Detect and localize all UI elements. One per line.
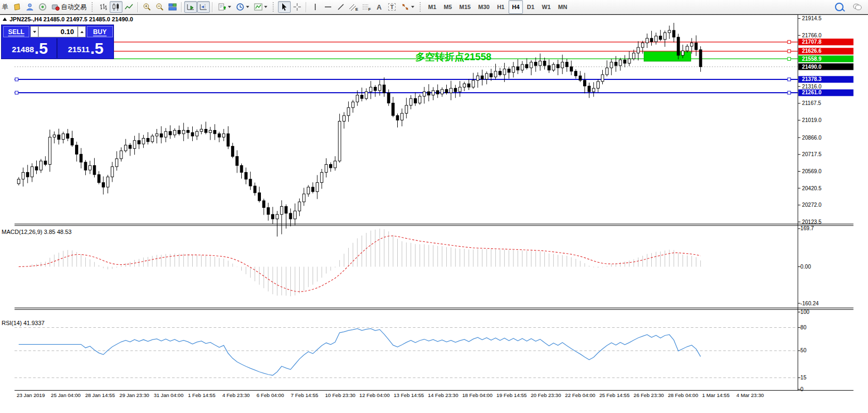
sell-price-display[interactable]: 21488 .5 [3,38,58,58]
horizontal-line-tool-icon[interactable] [322,1,334,13]
svg-text:13 Feb 14:55: 13 Feb 14:55 [394,392,424,398]
price-level-label: 21707.8 [798,38,853,45]
equidistant-channel-tool-icon[interactable]: E [347,1,360,13]
candles [18,23,702,237]
price-axis: 21914.521766.021316.021167.521019.020866… [798,15,853,225]
timeframe-button-W1[interactable]: W1 [539,0,554,14]
svg-text:-160.24: -160.24 [800,301,819,306]
volume-increase-button[interactable] [78,26,86,37]
svg-text:20569.0: 20569.0 [802,168,822,174]
timeframe-button-M5[interactable]: M5 [440,0,455,14]
svg-text:28 Jan 14:55: 28 Jan 14:55 [85,392,115,398]
svg-text:100: 100 [800,309,809,315]
toolbar-separator [181,2,182,12]
toolbar-separator [137,2,138,12]
chart-shift-icon[interactable] [197,1,210,13]
timeframe-button-H1[interactable]: H1 [494,0,507,14]
trendline-tool-icon[interactable] [334,1,347,13]
svg-text:0: 0 [800,386,804,392]
chat-icon[interactable] [851,1,864,13]
broadcast-icon[interactable] [36,1,49,13]
toolbar-separator [306,2,307,12]
svg-text:25 Jan 04:00: 25 Jan 04:00 [51,392,81,398]
horizontal-level-line[interactable] [14,41,798,44]
svg-text:25 Feb 14:55: 25 Feb 14:55 [599,392,629,398]
price-level-label: 21378.3 [798,76,853,83]
vertical-line-tool-icon[interactable] [309,1,322,13]
chevron-down-icon [411,6,414,8]
new-order-button[interactable]: 单 [0,1,11,13]
chevron-down-icon [246,6,249,8]
autotrading-button[interactable]: 自动交易 [49,1,88,13]
svg-text:15: 15 [800,375,807,380]
macd-pane: 169.70.00-160.24 [19,225,819,306]
volume-input[interactable] [38,26,78,37]
chevron-down-icon [228,6,231,8]
text-tool-icon[interactable]: A [373,1,386,13]
tile-windows-icon[interactable] [166,1,179,13]
buy-button[interactable]: BUY [87,26,113,37]
horizontal-level-line[interactable] [14,91,798,94]
top-toolbar: 单 自动交易 [0,0,868,14]
rsi-pane: 1008050150 [14,309,809,392]
chart-title-text: JPN225-,H4 21485.0 21497.5 21485.0 21490… [10,16,133,22]
svg-text:21558.9: 21558.9 [802,56,822,62]
svg-text:21261.0: 21261.0 [802,90,822,95]
indicators-button[interactable] [215,1,233,13]
svg-text:20272.0: 20272.0 [802,202,822,208]
zoom-in-icon[interactable] [141,1,153,13]
profile-icon[interactable] [23,1,36,13]
timeframe-button-D1[interactable]: D1 [524,0,538,14]
horizontal-level-line[interactable] [14,78,798,81]
templates-button[interactable] [251,1,269,13]
svg-text:20 Feb 23:30: 20 Feb 23:30 [531,392,561,398]
timeframe-button-M15[interactable]: M15 [456,0,474,14]
line-chart-icon[interactable] [122,1,135,13]
chart-canvas[interactable]: 多空转折点2155821914.521766.021316.021167.521… [0,14,868,413]
timeframe-button-MN[interactable]: MN [555,0,570,14]
zoom-out-icon[interactable] [153,1,166,13]
text-label-tool-icon[interactable]: T [386,1,398,13]
crosshair-icon[interactable] [291,1,304,13]
svg-text:18 Feb 04:00: 18 Feb 04:00 [462,392,493,398]
rsi-indicator-label: RSI(14) 41.9337 [2,320,45,326]
yellow-book-icon[interactable] [11,1,23,13]
svg-text:14 Feb 23:30: 14 Feb 23:30 [428,392,458,398]
toolbar-separator [212,2,213,12]
buy-price-display[interactable]: 21511 .5 [59,38,113,58]
svg-text:12 Feb 04:00: 12 Feb 04:00 [359,392,390,398]
chevron-down-icon [264,6,267,8]
svg-text:169.7: 169.7 [800,225,814,231]
timeframe-button-M30[interactable]: M30 [475,0,493,14]
timeframe-button-H4[interactable]: H4 [509,0,522,14]
sell-price-fraction: .5 [35,41,48,56]
fibonacci-tool-icon[interactable]: F [360,1,373,13]
arrows-tool-button[interactable] [398,1,416,13]
candlestick-chart-icon[interactable] [110,1,122,13]
bar-chart-icon[interactable] [97,1,110,13]
periods-button[interactable] [233,1,251,13]
svg-text:21167.5: 21167.5 [802,100,821,106]
svg-text:7 Feb 14:55: 7 Feb 14:55 [291,392,318,398]
cursor-icon[interactable] [278,1,291,13]
price-level-label: 21261.0 [798,90,853,96]
svg-text:50: 50 [800,347,807,353]
main-price-pane: 多空转折点21558 [14,23,798,237]
volume-decrease-button[interactable] [30,26,38,37]
search-icon[interactable] [833,1,846,13]
auto-scroll-icon[interactable] [184,1,197,13]
svg-text:20123.5: 20123.5 [802,219,822,225]
sell-button[interactable]: SELL [3,26,29,37]
svg-text:1 Mar 14:55: 1 Mar 14:55 [702,392,730,398]
toolbar-grip [273,2,276,12]
collapse-arrow-icon[interactable] [3,18,7,21]
svg-text:21019.0: 21019.0 [802,117,822,123]
label-tool-glyph: T [388,3,396,11]
one-click-trading-panel: SELL BUY 21488 .5 21511 .5 [1,25,114,59]
autotrading-label: 自动交易 [61,3,87,12]
svg-text:80: 80 [800,325,807,330]
trend-annotation-text[interactable]: 多空转折点21558 [415,52,492,63]
svg-text:20420.5: 20420.5 [802,185,822,191]
svg-text:21626.6: 21626.6 [802,48,822,54]
timeframe-button-M1[interactable]: M1 [425,0,439,14]
